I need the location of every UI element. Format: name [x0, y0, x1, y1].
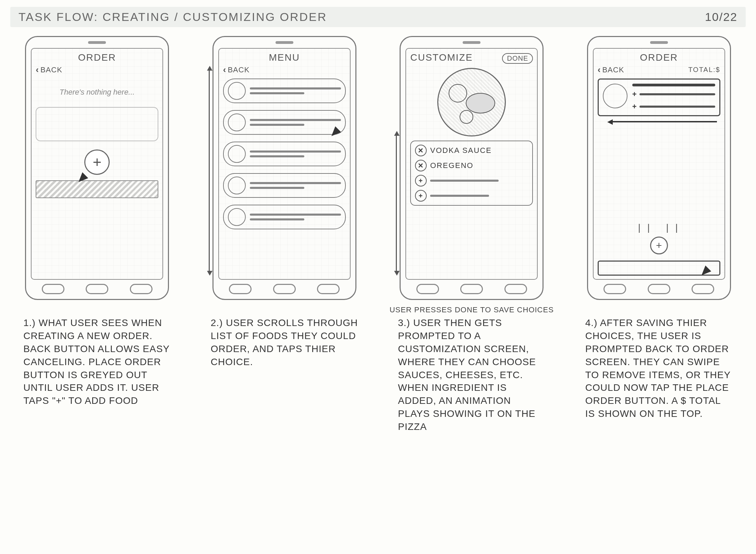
phone-speaker [463, 41, 480, 44]
item-thumb-icon [228, 177, 246, 194]
phone-speaker [650, 41, 668, 44]
add-ingredient-button[interactable]: + [415, 190, 427, 202]
step-4: ORDER ‹ BACK TOTAL:$ + + [572, 36, 746, 433]
add-ingredient-button[interactable]: + [415, 175, 427, 186]
nav-home-button[interactable] [273, 284, 296, 294]
menu-item[interactable] [223, 79, 346, 103]
phone-frame: MENU ‹ BACK [212, 36, 356, 300]
nav-recent-button[interactable] [130, 284, 153, 294]
step-caption: 4.) After saving thier choices, the user… [585, 316, 733, 420]
ingredient-row: + [415, 190, 528, 202]
phone-speaker [88, 41, 106, 44]
back-button[interactable]: ‹ BACK [223, 64, 250, 75]
step-2: MENU ‹ BACK [198, 36, 371, 433]
nav-home-button[interactable] [648, 284, 670, 294]
scroll-indicator-icon [396, 134, 397, 272]
page-header: TASK FLOW: CREATING / CUSTOMIZING ORDER … [10, 7, 746, 27]
step-caption: 2.) User scrolls through list of foods t… [211, 316, 358, 368]
topping-icon [460, 110, 473, 124]
chevron-left-icon: ‹ [223, 64, 227, 75]
add-item-button[interactable]: + [650, 237, 668, 254]
phone-navbar [31, 284, 163, 294]
ingredients-card: ✕ VODKA SAUCE ✕ OREGENO + + [410, 141, 533, 206]
remove-ingredient-button[interactable]: ✕ [415, 160, 427, 171]
screen-title: MENU [223, 52, 346, 63]
place-order-button[interactable] [598, 261, 720, 276]
phone-navbar [218, 284, 351, 294]
plus-icon: + [656, 240, 662, 251]
ingredient-row: ✕ OREGENO [415, 160, 528, 171]
customize-screen: CUSTOMIZE DONE ✕ VODKA SAUCE [405, 48, 538, 280]
chevron-left-icon: ‹ [36, 64, 39, 75]
plus-icon: + [632, 90, 637, 99]
ingredient-row: ✕ VODKA SAUCE [415, 145, 528, 156]
cursor-icon [328, 127, 341, 139]
plus-icon: + [632, 102, 637, 111]
empty-item-slot [36, 107, 158, 141]
nav-recent-button[interactable] [692, 284, 714, 294]
phone-speaker [276, 41, 293, 44]
menu-item[interactable] [223, 173, 346, 198]
screen-title: ORDER [598, 52, 720, 63]
topping-icon [466, 93, 495, 113]
menu-screen: MENU ‹ BACK [218, 48, 351, 280]
step-pre-caption [572, 305, 746, 314]
back-button[interactable]: ‹ BACK [598, 64, 624, 75]
screen-title: CUSTOMIZE [410, 52, 502, 63]
ingredient-row: + [415, 175, 528, 186]
phone-frame: ORDER ‹ BACK There's nothing here... + [25, 36, 169, 300]
step-pre-caption [10, 305, 184, 314]
step-caption: 3.) User then gets prompted to a customi… [398, 316, 545, 433]
add-item-button[interactable]: + [84, 149, 110, 175]
task-flow-grid: ORDER ‹ BACK There's nothing here... + [10, 36, 746, 433]
hint-ticks: | | | | [598, 222, 720, 233]
menu-item[interactable] [223, 205, 346, 229]
back-button[interactable]: ‹ BACK [36, 64, 62, 75]
topping-icon [449, 84, 467, 103]
nav-recent-button[interactable] [504, 284, 527, 294]
item-thumb-icon [228, 145, 246, 163]
page-date: 10/22 [705, 10, 737, 24]
back-label: BACK [228, 65, 249, 74]
nav-recent-button[interactable] [317, 284, 340, 294]
nav-home-button[interactable] [86, 284, 108, 294]
nav-back-button[interactable] [603, 284, 626, 294]
step-caption: 1.) What user sees when creating a new o… [23, 316, 171, 407]
phone-frame: CUSTOMIZE DONE ✕ VODKA SAUCE [400, 36, 544, 300]
back-label: BACK [40, 65, 62, 74]
chevron-left-icon: ‹ [598, 64, 601, 75]
phone-navbar [593, 284, 725, 294]
item-thumb-icon [603, 84, 627, 108]
menu-item[interactable] [223, 142, 346, 166]
done-button[interactable]: DONE [502, 53, 533, 64]
remove-ingredient-button[interactable]: ✕ [415, 145, 427, 156]
item-thumb-icon [228, 82, 246, 100]
ingredient-name: VODKA SAUCE [430, 146, 492, 155]
screen-title: ORDER [36, 52, 158, 63]
nav-back-button[interactable] [42, 284, 64, 294]
back-label: BACK [602, 65, 624, 74]
step-pre-caption: User presses done to save choices [385, 305, 559, 314]
order-empty-screen: ORDER ‹ BACK There's nothing here... + [31, 48, 163, 280]
item-thumb-icon [228, 113, 246, 131]
order-filled-screen: ORDER ‹ BACK TOTAL:$ + + [593, 48, 725, 280]
nav-back-button[interactable] [416, 284, 439, 294]
order-total: TOTAL:$ [688, 66, 720, 74]
empty-state-text: There's nothing here... [36, 87, 158, 97]
menu-item[interactable] [223, 110, 346, 135]
nav-back-button[interactable] [229, 284, 252, 294]
item-thumb-icon [228, 208, 246, 226]
phone-frame: ORDER ‹ BACK TOTAL:$ + + [587, 36, 731, 300]
step-1: ORDER ‹ BACK There's nothing here... + [10, 36, 184, 433]
cursor-icon [698, 266, 711, 278]
order-item-card[interactable]: + + [598, 79, 720, 116]
pizza-preview [437, 68, 506, 136]
phone-navbar [405, 284, 538, 294]
nav-home-button[interactable] [460, 284, 483, 294]
ingredient-name: OREGENO [430, 161, 473, 170]
scroll-indicator-icon [209, 69, 210, 272]
step-3: CUSTOMIZE DONE ✕ VODKA SAUCE [385, 36, 559, 433]
place-order-button-disabled [36, 180, 158, 198]
item-details: + + [632, 84, 715, 111]
swipe-arrow-icon [611, 121, 717, 122]
